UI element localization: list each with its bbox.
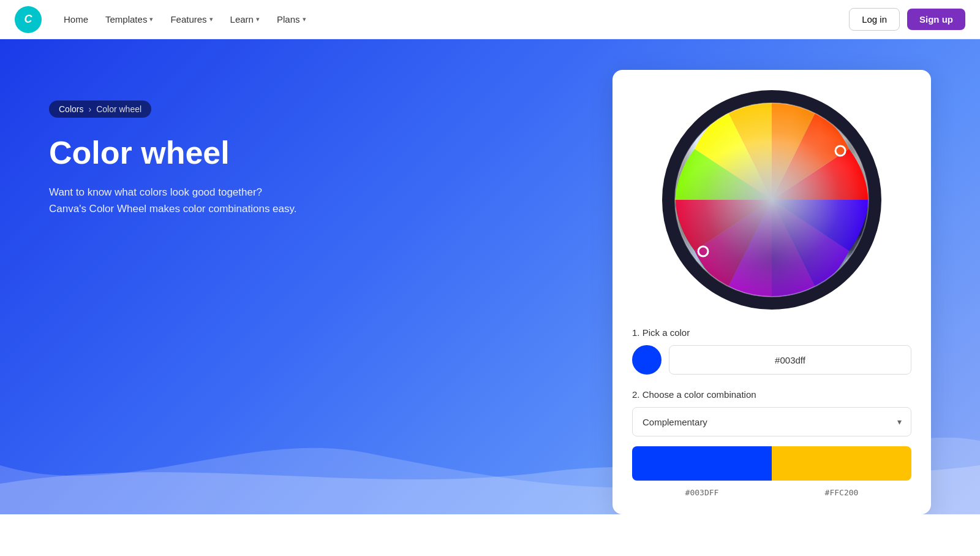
hero-left: Colors › Color wheel Color wheel Want to…	[49, 76, 576, 217]
bottom-section: Color theory and the color wheel Ever wo…	[0, 514, 980, 556]
combo-select-wrapper: Complementary Monochromatic Analogous Tr…	[632, 407, 911, 436]
nav-links: Home Templates ▾ Features ▾ Learn ▾ Plan…	[56, 9, 844, 29]
color-wheel-card: 1. Pick a color #003dff 2. Choose a colo…	[612, 70, 931, 514]
features-chevron-icon: ▾	[209, 15, 213, 23]
color-bar-labels: #003DFF #FFC200	[632, 488, 911, 497]
color-swatch[interactable]	[632, 345, 662, 375]
plans-chevron-icon: ▾	[303, 15, 306, 23]
color-bar-label-1: #003DFF	[632, 488, 772, 497]
breadcrumb: Colors › Color wheel	[49, 101, 151, 118]
color-bar-label-2: #FFC200	[772, 488, 911, 497]
nav-auth: Log in Sign up	[849, 8, 965, 31]
nav-home-label: Home	[64, 14, 88, 25]
pick-color-label: 1. Pick a color	[632, 327, 911, 338]
color-hex-input[interactable]: #003dff	[669, 345, 911, 375]
color-bar-1[interactable]	[632, 446, 772, 481]
color-input-row: #003dff	[632, 345, 911, 375]
nav-plans-label: Plans	[277, 14, 300, 25]
svg-point-3	[675, 103, 869, 297]
learn-chevron-icon: ▾	[256, 15, 260, 23]
breadcrumb-current: Color wheel	[96, 104, 141, 114]
color-wheel-svg[interactable]	[662, 89, 882, 310]
nav-features[interactable]: Features ▾	[163, 9, 220, 29]
nav-learn-label: Learn	[230, 14, 254, 25]
signup-button[interactable]: Sign up	[907, 9, 965, 30]
nav-features-label: Features	[170, 14, 206, 25]
color-bar-2[interactable]	[772, 446, 911, 481]
navigation: C Home Templates ▾ Features ▾ Learn ▾ Pl…	[0, 0, 980, 39]
login-button[interactable]: Log in	[849, 8, 900, 31]
breadcrumb-colors-link[interactable]: Colors	[59, 104, 83, 114]
breadcrumb-separator: ›	[88, 104, 91, 114]
nav-templates-label: Templates	[105, 14, 147, 25]
color-bars	[632, 446, 911, 481]
nav-plans[interactable]: Plans ▾	[270, 9, 314, 29]
hero-desc-line1: Want to know what colors look good toget…	[49, 186, 262, 198]
color-wheel-container	[632, 89, 911, 310]
nav-learn[interactable]: Learn ▾	[223, 9, 267, 29]
logo-text: C	[24, 13, 32, 26]
combo-select[interactable]: Complementary Monochromatic Analogous Tr…	[632, 407, 911, 436]
logo[interactable]: C	[15, 6, 42, 33]
hero-description: Want to know what colors look good toget…	[49, 184, 343, 217]
nav-home[interactable]: Home	[56, 9, 96, 29]
page-title: Color wheel	[49, 135, 576, 172]
hero-section: Colors › Color wheel Color wheel Want to…	[0, 39, 980, 514]
templates-chevron-icon: ▾	[149, 15, 153, 23]
combo-label: 2. Choose a color combination	[632, 389, 911, 400]
hero-desc-line2: Canva's Color Wheel makes color combinat…	[49, 203, 297, 215]
nav-templates[interactable]: Templates ▾	[98, 9, 160, 29]
